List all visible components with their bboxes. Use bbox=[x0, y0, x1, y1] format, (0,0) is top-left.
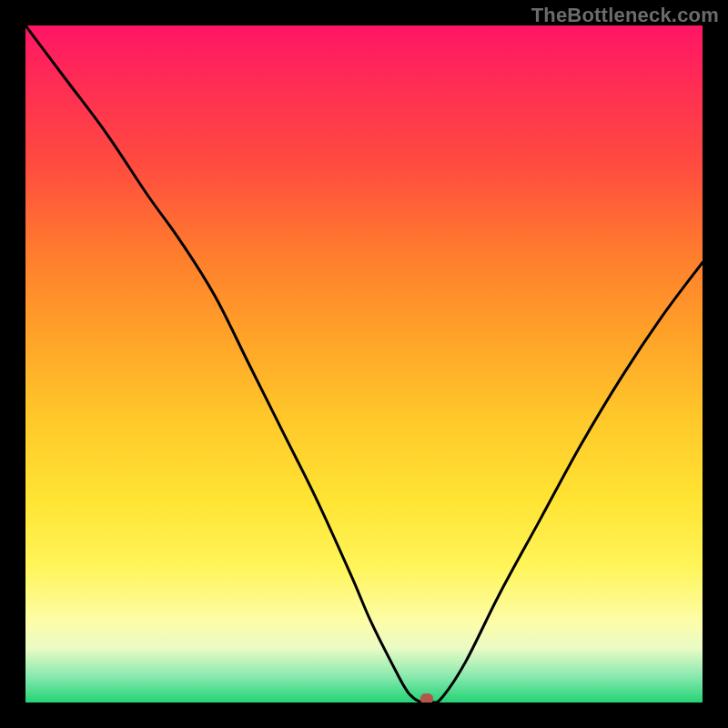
plot-area bbox=[25, 25, 703, 703]
optimal-marker bbox=[420, 693, 433, 703]
watermark-text: TheBottleneck.com bbox=[531, 4, 719, 27]
bottleneck-curve bbox=[25, 25, 703, 703]
chart-frame: TheBottleneck.com bbox=[0, 0, 728, 728]
